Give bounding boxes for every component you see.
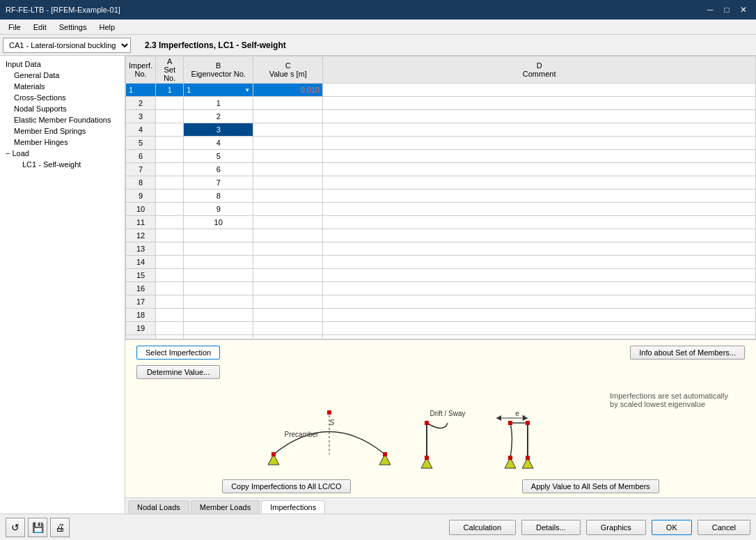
cell-col-d[interactable]: [323, 309, 756, 322]
cell-col-b[interactable]: 1▼: [184, 84, 253, 97]
table-row[interactable]: 18: [126, 309, 756, 322]
table-row[interactable]: 13: [126, 242, 756, 256]
cell-col-a[interactable]: [156, 322, 184, 335]
cell-col-b[interactable]: [184, 282, 253, 295]
sidebar-item-general-data[interactable]: General Data: [3, 70, 122, 81]
cell-col-c[interactable]: [253, 176, 323, 190]
cell-col-c[interactable]: [253, 309, 323, 322]
sidebar-item-cross-sections[interactable]: Cross-Sections: [3, 92, 122, 103]
cell-col-a[interactable]: [156, 123, 184, 137]
cell-col-b[interactable]: [184, 295, 253, 309]
copy-imperfections-button[interactable]: Copy Imperfections to All LC/CO: [222, 479, 350, 493]
table-row[interactable]: 109: [126, 203, 756, 216]
table-row[interactable]: 17: [126, 295, 756, 309]
cell-col-a[interactable]: [156, 216, 184, 229]
cell-col-d[interactable]: [323, 97, 756, 110]
cell-col-a[interactable]: [156, 176, 184, 190]
cell-col-d[interactable]: [323, 203, 756, 216]
cell-col-a[interactable]: [156, 295, 184, 309]
cell-col-d[interactable]: [323, 123, 756, 137]
cell-col-a[interactable]: [156, 97, 184, 110]
menu-help[interactable]: Help: [93, 22, 120, 33]
table-row[interactable]: 87: [126, 176, 756, 190]
cell-col-a[interactable]: [156, 203, 184, 216]
cell-col-d[interactable]: [323, 190, 756, 203]
cell-col-c[interactable]: [253, 190, 323, 203]
tab-nodal-loads[interactable]: Nodal Loads: [128, 500, 189, 514]
cell-col-c[interactable]: 0.010: [253, 84, 323, 97]
cell-col-b[interactable]: 4: [184, 137, 253, 150]
cell-col-b[interactable]: [184, 309, 253, 322]
cell-col-c[interactable]: [253, 229, 323, 242]
cell-col-b[interactable]: 1: [184, 97, 253, 110]
sidebar-item-member-end-springs[interactable]: Member End Springs: [3, 125, 122, 137]
cell-col-d[interactable]: [323, 110, 756, 123]
cell-col-b[interactable]: 6: [184, 163, 253, 176]
sidebar-item-member-hinges[interactable]: Member Hinges: [3, 137, 122, 148]
cell-col-c[interactable]: [253, 203, 323, 216]
cell-col-c[interactable]: [253, 322, 323, 335]
table-row[interactable]: 16: [126, 282, 756, 295]
cell-col-c[interactable]: [253, 110, 323, 123]
maximize-button[interactable]: □: [720, 3, 734, 17]
cancel-button[interactable]: Cancel: [698, 520, 750, 535]
cell-col-c[interactable]: [253, 123, 323, 137]
table-row[interactable]: 98: [126, 190, 756, 203]
table-row[interactable]: 14: [126, 256, 756, 269]
cell-col-c[interactable]: [253, 256, 323, 269]
module-dropdown[interactable]: CA1 - Lateral-torsional buckling: [3, 38, 131, 53]
cell-col-a[interactable]: [156, 256, 184, 269]
cell-col-d[interactable]: [323, 256, 756, 269]
graphics-button[interactable]: Graphics: [586, 520, 646, 535]
apply-value-button[interactable]: Apply Value to All Sets of Members: [522, 479, 659, 493]
menu-edit[interactable]: Edit: [28, 22, 52, 33]
info-button[interactable]: Info about Set of Members...: [630, 346, 745, 360]
cell-col-b[interactable]: [184, 322, 253, 335]
cell-col-d[interactable]: [323, 150, 756, 163]
cell-col-d[interactable]: [323, 322, 756, 335]
cell-col-d[interactable]: [323, 176, 756, 190]
cell-col-a[interactable]: [156, 282, 184, 295]
icon-btn-3[interactable]: 🖨: [50, 518, 70, 537]
cell-col-b[interactable]: [184, 269, 253, 282]
cell-col-d[interactable]: [323, 295, 756, 309]
cell-col-c[interactable]: [253, 163, 323, 176]
cell-col-c[interactable]: [253, 282, 323, 295]
sidebar-item-lc1[interactable]: LC1 - Self-weight: [3, 159, 122, 170]
grid-area[interactable]: Imperf. No. ASet No. BEigenvector No. CV…: [125, 56, 756, 339]
sidebar-item-materials[interactable]: Materials: [3, 81, 122, 92]
cell-col-b[interactable]: [184, 256, 253, 269]
cell-col-a[interactable]: [156, 242, 184, 256]
cell-col-c[interactable]: [253, 97, 323, 110]
cell-col-a[interactable]: [156, 163, 184, 176]
ok-button[interactable]: OK: [652, 520, 692, 535]
cell-col-b[interactable]: 7: [184, 176, 253, 190]
cell-col-c[interactable]: [253, 150, 323, 163]
table-row[interactable]: 19: [126, 322, 756, 335]
cell-col-d[interactable]: [323, 163, 756, 176]
determine-value-button[interactable]: Determine Value...: [136, 365, 220, 379]
table-row[interactable]: 21: [126, 97, 756, 110]
sidebar-item-elastic-member-foundations[interactable]: Elastic Member Foundations: [3, 114, 122, 125]
cell-col-d[interactable]: [323, 335, 756, 340]
table-row[interactable]: 76: [126, 163, 756, 176]
table-row[interactable]: 43: [126, 123, 756, 137]
table-row[interactable]: 32: [126, 110, 756, 123]
minimize-button[interactable]: ─: [703, 3, 717, 17]
cell-col-b[interactable]: 10: [184, 216, 253, 229]
cell-col-d[interactable]: [323, 269, 756, 282]
cell-col-d[interactable]: [323, 242, 756, 256]
table-row[interactable]: 1110: [126, 216, 756, 229]
cell-col-d[interactable]: [323, 137, 756, 150]
close-button[interactable]: ✕: [737, 3, 750, 17]
table-row[interactable]: 12: [126, 229, 756, 242]
table-row[interactable]: 54: [126, 137, 756, 150]
select-imperfection-button[interactable]: Select Imperfection: [136, 346, 220, 360]
cell-col-b[interactable]: 5: [184, 150, 253, 163]
tab-member-loads[interactable]: Member Loads: [191, 500, 260, 514]
cell-col-c[interactable]: [253, 216, 323, 229]
cell-col-c[interactable]: [253, 242, 323, 256]
cell-col-c[interactable]: [253, 295, 323, 309]
cell-col-a[interactable]: [156, 137, 184, 150]
cell-col-b[interactable]: 2: [184, 110, 253, 123]
